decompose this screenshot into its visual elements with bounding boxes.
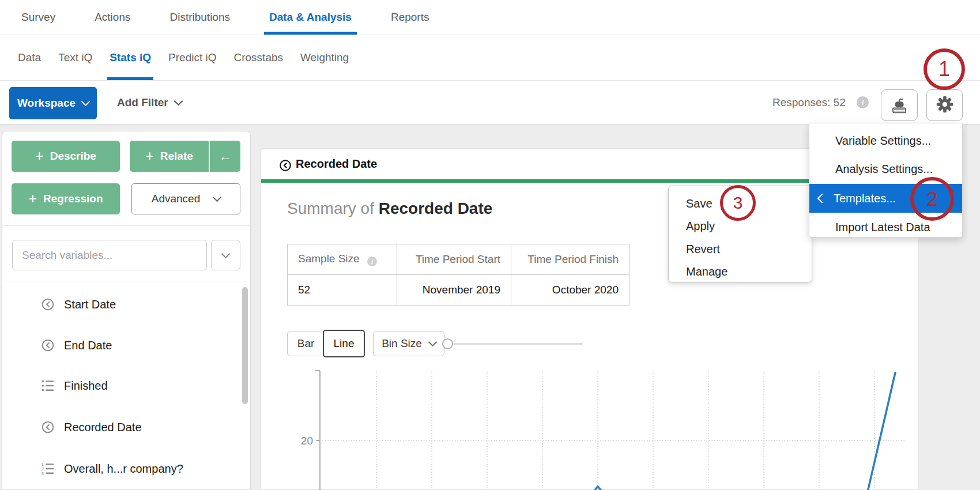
tab-reports[interactable]: Reports <box>391 0 429 35</box>
tab-data-and-analysis[interactable]: Data & Analysis <box>269 0 352 35</box>
plus-icon: + <box>35 149 44 163</box>
header-time-period-finish: Time Period Finish <box>511 244 630 275</box>
regression-button[interactable]: + Regression <box>12 183 120 214</box>
menu-item-analysis-settings[interactable]: Analysis Settings... <box>809 157 962 180</box>
svg-text:3: 3 <box>42 471 44 476</box>
workspace-label: Workspace <box>17 97 76 110</box>
sample-size-info-icon[interactable]: i <box>367 257 377 266</box>
describe-button[interactable]: + Describe <box>12 141 120 172</box>
table-header-row: Sample Size i Time Period Start Time Per… <box>288 244 630 275</box>
annotation-step-2: 2 <box>910 177 954 221</box>
clock-icon <box>278 159 292 172</box>
relate-label: Relate <box>160 150 193 163</box>
sub-navigation: Data Text iQ Stats iQ Predict iQ Crossta… <box>0 35 980 81</box>
subtab-stats-iq[interactable]: Stats iQ <box>110 35 151 80</box>
collapse-panel-button[interactable]: ← <box>210 141 240 172</box>
responses-count: Responses: 52 <box>772 81 846 124</box>
header-sample-size: Sample Size i <box>288 244 397 275</box>
chevron-left-icon <box>817 194 827 203</box>
describe-label: Describe <box>50 150 96 163</box>
chevron-down-icon <box>221 249 231 258</box>
responses-info-icon[interactable]: i <box>857 96 869 108</box>
settings-gear-button[interactable] <box>926 89 963 121</box>
bin-size-dropdown[interactable]: Bin Size <box>373 331 444 356</box>
tab-actions[interactable]: Actions <box>95 0 130 35</box>
y-axis-tick-label: 20 <box>301 435 313 447</box>
divider <box>2 225 250 226</box>
variable-item-recorded-date[interactable]: Recorded Date <box>2 413 242 441</box>
subtab-crosstabs[interactable]: Crosstabs <box>234 35 284 80</box>
chevron-down-icon <box>428 338 438 347</box>
tab-survey[interactable]: Survey <box>21 0 55 35</box>
divider <box>2 281 250 281</box>
relate-button-group: + Relate ← <box>130 141 240 172</box>
bin-size-slider-track <box>453 343 583 345</box>
left-arrow-icon: ← <box>218 149 232 164</box>
clock-icon <box>40 420 55 435</box>
menu-item-revert[interactable]: Revert <box>669 238 812 261</box>
bulleted-list-icon <box>40 378 55 393</box>
bin-size-label: Bin Size <box>382 337 422 350</box>
learning-resources-button[interactable] <box>881 89 918 121</box>
subtab-text-iq[interactable]: Text iQ <box>58 35 92 80</box>
bin-size-slider-handle[interactable] <box>442 338 453 349</box>
clock-icon <box>40 297 55 312</box>
gear-icon <box>935 95 955 116</box>
variable-label: Finished <box>64 379 108 393</box>
sidebar-scrollbar-thumb[interactable] <box>242 287 248 404</box>
top-navigation: Survey Actions Distributions Data & Anal… <box>0 0 980 35</box>
add-filter-dropdown[interactable]: Add Filter <box>117 81 182 124</box>
numbered-list-icon: 1 2 3 <box>40 461 55 476</box>
search-filter-dropdown-button[interactable] <box>211 240 240 270</box>
variable-label: Start Date <box>64 298 116 311</box>
stats-iq-sidebar: + Describe + Relate ← + Regression Advan… <box>2 131 251 490</box>
summary-heading: Summary of Recorded Date <box>287 199 492 218</box>
summary-prefix: Summary of <box>287 199 379 217</box>
chart-data-line <box>320 373 895 490</box>
value-time-period-start: November 2019 <box>397 275 511 306</box>
table-value-row: 52 November 2019 October 2020 <box>288 275 630 306</box>
variable-label: Overall, h...r company? <box>64 462 183 476</box>
clock-icon <box>40 338 55 353</box>
menu-item-variable-settings[interactable]: Variable Settings... <box>809 129 962 152</box>
variable-item-start-date[interactable]: Start Date <box>2 291 242 318</box>
advanced-dropdown-button[interactable]: Advanced <box>131 183 240 214</box>
variable-label: End Date <box>64 339 112 352</box>
line-toggle-button[interactable]: Line <box>323 330 365 357</box>
workspace-toolbar: Workspace Add Filter Responses: 52 i <box>0 81 980 124</box>
variable-label: Recorded Date <box>64 421 142 434</box>
tab-distributions[interactable]: Distributions <box>169 0 230 35</box>
summary-subject: Recorded Date <box>379 199 493 217</box>
apple-book-icon <box>889 94 910 117</box>
regression-label: Regression <box>43 193 103 205</box>
plus-icon: + <box>28 191 37 206</box>
relate-button[interactable]: + Relate <box>130 141 209 172</box>
menu-item-manage[interactable]: Manage <box>669 260 812 283</box>
response-line-chart: 20 <box>261 364 919 490</box>
annotation-step-1: 1 <box>924 48 965 90</box>
variable-item-finished[interactable]: Finished <box>2 372 242 399</box>
bar-toggle-button[interactable]: Bar <box>287 331 325 356</box>
card-title: Recorded Date <box>296 157 377 171</box>
subtab-predict-iq[interactable]: Predict iQ <box>168 35 216 80</box>
workspace-dropdown-button[interactable]: Workspace <box>9 87 97 119</box>
variable-item-overall-company[interactable]: 1 2 3 Overall, h...r company? <box>2 455 242 483</box>
chevron-down-icon <box>174 96 183 105</box>
subtab-data[interactable]: Data <box>18 35 41 80</box>
summary-table: Sample Size i Time Period Start Time Per… <box>287 244 630 306</box>
annotation-step-3: 3 <box>720 185 756 221</box>
header-time-period-start: Time Period Start <box>397 244 511 275</box>
chevron-down-icon <box>81 97 91 107</box>
templates-label: Templates... <box>834 192 896 205</box>
variable-item-end-date[interactable]: End Date <box>2 331 242 359</box>
subtab-weighting[interactable]: Weighting <box>300 35 349 80</box>
chevron-down-icon <box>213 193 222 202</box>
value-sample-size: 52 <box>288 275 397 306</box>
add-filter-label: Add Filter <box>117 96 168 109</box>
advanced-label: Advanced <box>152 193 201 205</box>
plus-icon: + <box>145 149 154 163</box>
value-time-period-finish: October 2020 <box>511 275 630 306</box>
search-variables-input[interactable] <box>12 240 207 270</box>
